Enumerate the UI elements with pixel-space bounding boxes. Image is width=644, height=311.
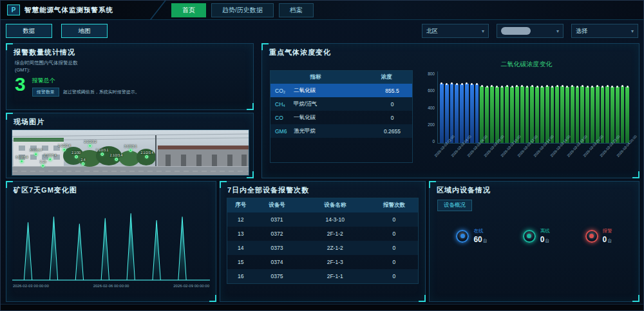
stat-value-row: 0台 (540, 235, 550, 244)
target-select[interactable]: 选择▾ (571, 24, 638, 38)
camera-cell: 2F-1-3 (299, 259, 370, 265)
range-select[interactable]: ▾ (497, 24, 564, 38)
alarm-note: 报警数量 超过警戒阈值后，系统实时报警提示。 (32, 88, 140, 97)
bar (440, 84, 444, 143)
alarm-panel-title: 报警数量统计情况 (14, 48, 246, 57)
bar (596, 86, 600, 143)
stat-unit: 台 (607, 238, 612, 244)
gas-value: 0 (372, 101, 412, 108)
gas-table-row[interactable]: GM6激光甲烷0.2655 (270, 124, 412, 138)
bar (475, 84, 479, 143)
bar (555, 86, 559, 143)
camera-col-header: 设备号 (254, 202, 299, 209)
camera-panel-title: 7日内全部设备报警次数 (227, 185, 418, 195)
stat-count: 0 (540, 235, 545, 244)
target-select-value: 选择 (576, 27, 587, 35)
data-button[interactable]: 数据 (6, 24, 52, 38)
gas-table-row[interactable]: CO₂二氧化碳855.5 (270, 84, 412, 97)
y-tick-label: 600 (422, 88, 435, 93)
photo-annotation: 2.1/30 (71, 151, 80, 158)
camera-cell: 12 (227, 216, 254, 223)
app-title: 智慧能源气体监测预警系统 (24, 6, 113, 15)
co2-chart-title: 二氧化碳浓度变化 (422, 60, 631, 69)
camera-cell: 0372 (254, 231, 299, 237)
stat-count: 60 (473, 235, 482, 244)
bar-dot (471, 83, 473, 85)
gas-table-row[interactable]: CH₄甲烷/沼气0 (270, 97, 412, 111)
co2-y-axis: 8006004002000 (422, 71, 437, 144)
x-tick-label: 2026-03-03 02:00 (433, 152, 450, 168)
annotation-label: 2.1/2/3.4 (110, 153, 122, 157)
camera-cell: 0 (370, 216, 418, 223)
x-tick-label: 2026-03-03 20:00 (583, 152, 600, 168)
co2-chart-box: 二氧化碳浓度变化 8006004002000 2026-03-03 02:002… (422, 60, 631, 163)
photo-annotation: 1.1b (40, 160, 46, 167)
bar (455, 84, 459, 143)
bar-dot (511, 86, 513, 88)
tab-home[interactable]: 首页 (171, 3, 206, 17)
area-select-value: 北区 (426, 27, 438, 35)
tab-history[interactable]: 趋势/历史数据 (211, 3, 274, 17)
bar-dot (562, 85, 564, 87)
area-select[interactable]: 北区▾ (422, 24, 489, 38)
nav-tabs: 首页趋势/历史数据档案 (171, 3, 314, 17)
bar-dot (506, 85, 508, 87)
bar (480, 86, 484, 143)
annotation-dot (62, 148, 66, 151)
annotation-dot (20, 160, 23, 163)
map-button[interactable]: 地图 (61, 24, 108, 38)
bar (580, 86, 584, 143)
camera-table-row[interactable]: 1503742F-1-30 (227, 255, 418, 269)
bar (545, 86, 549, 143)
camera-panel: 7日内全部设备报警次数 序号设备号设备名称报警次数12037114-3-1001… (220, 181, 426, 302)
co2-plot (437, 71, 631, 144)
camera-cell: 0374 (254, 259, 299, 265)
bar (520, 86, 524, 143)
camera-cell: 0373 (254, 245, 299, 251)
gas-panel-title: 重点气体浓度变化 (269, 48, 632, 57)
camera-table-row[interactable]: 1303722F-1-20 (227, 227, 418, 241)
camera-table-row[interactable]: 1603752F-1-10 (227, 269, 418, 283)
stat-text: 在线60台 (473, 228, 487, 244)
camera-cell: 14 (227, 245, 254, 251)
gas-name: 甲烷/沼气 (294, 100, 372, 108)
gas-table-row[interactable]: CO一氧化碳0 (270, 111, 412, 124)
device-overview-tab[interactable]: 设备概况 (437, 200, 472, 211)
camera-cell: 2F-1-2 (299, 231, 370, 237)
camera-cell: 0371 (254, 216, 299, 223)
camera-table-row[interactable]: 1403732Z-1-20 (227, 241, 418, 255)
annotation-dot (146, 155, 149, 158)
device-panel-title: 区域内设备情况 (437, 185, 632, 195)
bar (490, 86, 494, 143)
camera-table-row[interactable]: 12037114-3-100 (227, 212, 418, 227)
gas-panel: 重点气体浓度变化 指标浓度CO₂二氧化碳855.5CH₄甲烷/沼气0CO一氧化碳… (261, 43, 639, 178)
site-photo[interactable]: 3.1/2/3.43.1/2/3.72.1/2/3.41.1/2/3.42.1/… (12, 129, 249, 176)
bar (571, 86, 574, 143)
alarm-count: 3 (15, 75, 26, 93)
stat-unit: 台 (545, 238, 549, 244)
gm-series (12, 213, 210, 280)
camera-cell: 15 (227, 259, 254, 265)
annotation-dot (129, 149, 132, 152)
device-panel: 区域内设备情况 设备概况 在线60台离线0台报警0台 (429, 181, 639, 302)
gm-chart (12, 200, 210, 281)
bar (560, 86, 564, 143)
photo-annotation: 2.4 (81, 158, 86, 165)
tab-archive[interactable]: 档案 (279, 3, 314, 17)
alarm-note-text: 超过警戒阈值后，系统实时报警提示。 (63, 89, 140, 95)
gm-x-axis: 2026-02-03 00:00:002026-02-06 00:00:0020… (13, 284, 209, 288)
bar-dot (556, 85, 558, 87)
camera-cell: 0375 (254, 273, 299, 279)
bar (576, 87, 580, 143)
bar-dot (446, 83, 448, 85)
alarm-count-label: 报警总个 (32, 77, 140, 85)
photo-annotation: 2.1/2/3.4 (140, 151, 153, 158)
annotation-label: 1.1/2/3.1 (96, 148, 108, 152)
bar (585, 87, 589, 143)
photo-annotation: 3.1/2/3.1 (124, 144, 137, 152)
annotation-dot (75, 155, 78, 158)
x-tick-label: 2026-03-03 14:00 (533, 152, 550, 168)
bar-dot (627, 86, 629, 88)
x-tick-label: 2026-03-03 08:00 (483, 152, 500, 168)
bar (621, 86, 625, 143)
